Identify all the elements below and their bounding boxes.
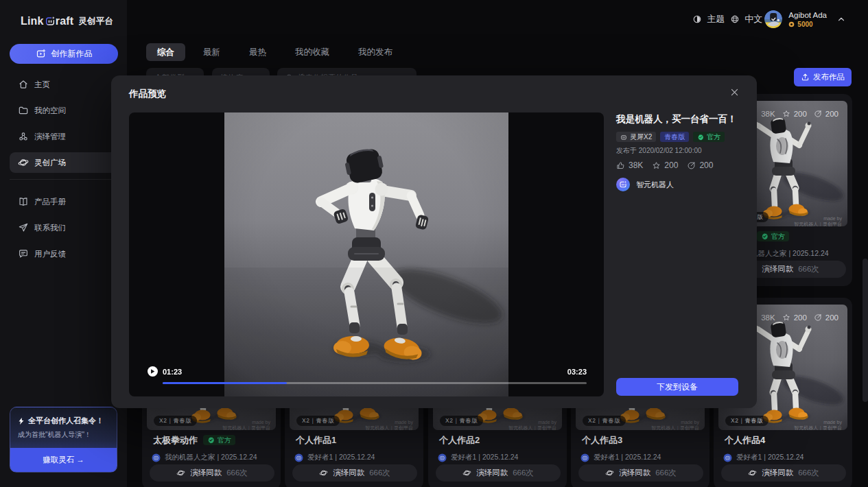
shares-count: 200 <box>699 161 713 170</box>
shares-count: 200 <box>825 110 838 118</box>
remix-button[interactable]: 演绎同款 666次 <box>150 464 274 482</box>
work-tags: 灵犀X2 青春版 官方 <box>616 132 739 142</box>
create-video-icon <box>36 49 46 59</box>
create-work-button[interactable]: 创作新作品 <box>10 44 118 64</box>
remix-button[interactable]: 演绎同款 666次 <box>578 464 703 482</box>
planet-icon <box>319 468 328 477</box>
likes-stat[interactable]: 38K <box>616 161 643 170</box>
remix-button[interactable]: 演绎同款 666次 <box>436 464 561 482</box>
model-badge: X2｜青春版 <box>440 416 483 426</box>
tag-official: 官方 <box>693 132 725 142</box>
user-avatar[interactable] <box>764 10 782 28</box>
author-avatar-icon <box>438 453 447 462</box>
sidebar-item-my-space[interactable]: 我的空间 <box>10 100 117 121</box>
work-author[interactable]: 智元机器人 <box>616 178 739 191</box>
publish-label: 发布作品 <box>813 72 845 82</box>
sidebar-item-label: 演绎管理 <box>34 132 66 142</box>
app-root: Linkraft 灵创平台 创作新作品 主页 我的空间 演绎管理 灵创广场 <box>0 0 868 487</box>
remix-count: 666次 <box>798 264 819 274</box>
folder-icon <box>18 105 29 116</box>
theme-contrast-icon <box>692 14 702 24</box>
shares-stat[interactable]: 200 <box>687 161 713 170</box>
sidebar-item-lingchuang-plaza[interactable]: 灵创广场 <box>10 152 117 173</box>
work-stats: 38K 200 200 <box>616 161 739 170</box>
sidebar-item-contact-us[interactable]: 联系我们 <box>10 217 117 238</box>
work-card-author: 我的机器人之家 | 2025.12.24 <box>152 453 276 462</box>
globe-icon <box>730 14 740 24</box>
remix-count: 666次 <box>369 468 390 478</box>
remix-label: 演绎同款 <box>619 468 650 478</box>
brand-logo[interactable]: Linkraft 灵创平台 <box>21 12 113 30</box>
promo-title-row: 全平台创作人召集令！ <box>17 416 117 426</box>
sidebar-item-user-feedback[interactable]: 用户反馈 <box>10 244 117 264</box>
author-meta: 爱好者1 | 2025.12.24 <box>736 453 804 462</box>
brand-name-suffix: raft <box>56 15 74 27</box>
stars-stat[interactable]: 200 <box>652 161 678 170</box>
publish-work-button[interactable]: 发布作品 <box>794 68 852 86</box>
official-badge: 官方 <box>757 231 789 241</box>
planet-icon <box>605 468 614 477</box>
remix-button[interactable]: 演绎同款 666次 <box>721 464 846 482</box>
planet-icon <box>748 468 757 477</box>
remix-count: 666次 <box>798 468 819 478</box>
star-icon <box>652 161 661 170</box>
remix-count: 666次 <box>226 468 248 478</box>
language-label: 中文 <box>744 13 762 25</box>
work-title: 我是机器人，买一台省一百！ <box>616 112 739 126</box>
modal-title: 作品预览 <box>129 88 166 100</box>
video-frame[interactable] <box>224 112 508 396</box>
earn-gems-button[interactable]: 赚取灵石 → <box>10 448 117 472</box>
sidebar-nav: 主页 我的空间 演绎管理 灵创广场 产品手册 联系我们 <box>0 74 127 270</box>
tab-hottest[interactable]: 最热 <box>238 43 277 61</box>
work-card-title: 个人作品1 <box>296 434 336 447</box>
coin-icon <box>788 21 795 27</box>
creator-promo-card: 全平台创作人召集令！ 成为首批"机器人导演"！ 赚取灵石 → <box>10 407 117 473</box>
brand-name-prefix: Link <box>21 15 44 27</box>
tag-label: 灵犀X2 <box>630 132 652 142</box>
tab-newest[interactable]: 最新 <box>192 43 231 61</box>
remix-count: 666次 <box>513 468 534 478</box>
author-avatar-icon <box>723 453 732 462</box>
tab-my-favorites[interactable]: 我的收藏 <box>284 43 340 61</box>
language-switcher[interactable]: 中文 <box>730 13 762 25</box>
tab-my-posts[interactable]: 我的发布 <box>347 43 403 61</box>
remix-button[interactable]: 演绎同款 666次 <box>292 464 417 482</box>
theme-label: 主题 <box>707 13 725 25</box>
work-card-title: 个人作品3 <box>582 434 622 447</box>
planet-icon <box>176 468 185 477</box>
tag-model: 灵犀X2 <box>616 132 656 142</box>
watermark: made by智元机器人｜灵创平台 <box>766 420 842 430</box>
robot-face-icon <box>620 134 627 141</box>
total-duration: 03:23 <box>567 368 587 376</box>
play-icon <box>150 369 155 374</box>
send-to-device-button[interactable]: 下发到设备 <box>616 378 738 396</box>
lightning-icon <box>17 417 25 425</box>
sidebar-item-performance-mgmt[interactable]: 演绎管理 <box>10 126 117 147</box>
chevron-up-icon[interactable] <box>837 15 845 23</box>
official-badge: 官方 <box>203 435 235 445</box>
progress-track[interactable] <box>163 382 587 384</box>
theme-toggle[interactable]: 主题 <box>692 13 725 25</box>
sidebar: Linkraft 灵创平台 创作新作品 主页 我的空间 演绎管理 灵创广场 <box>0 0 127 487</box>
thumbnail-stats: 38K 200 200 <box>749 313 838 322</box>
close-icon[interactable] <box>725 82 744 102</box>
star-icon <box>782 110 790 118</box>
star-icon <box>782 313 790 322</box>
promo-subtitle: 成为首批"机器人导演"！ <box>18 430 117 440</box>
scrollbar-thumb[interactable] <box>863 259 868 402</box>
author-avatar-icon <box>580 453 589 462</box>
tab-all[interactable]: 综合 <box>146 43 185 61</box>
model-badge: X2｜青春版 <box>725 416 769 426</box>
planet-icon <box>462 468 471 477</box>
player-controls: 01:23 03:23 <box>129 361 604 396</box>
model-badge: X2｜青春版 <box>296 416 340 426</box>
sidebar-item-product-manual[interactable]: 产品手册 <box>10 191 117 212</box>
coin-amount: 5000 <box>797 21 812 28</box>
book-icon <box>18 196 29 207</box>
sidebar-item-home[interactable]: 主页 <box>10 74 117 95</box>
tag-label: 官方 <box>707 132 720 142</box>
user-info[interactable]: Agibot Ada 5000 <box>788 11 827 28</box>
author-avatar-icon <box>294 453 303 462</box>
work-preview-modal: 作品预览 01:23 03:23 我是机器人，买一台省一百！ <box>111 75 757 408</box>
play-button[interactable] <box>148 366 158 377</box>
